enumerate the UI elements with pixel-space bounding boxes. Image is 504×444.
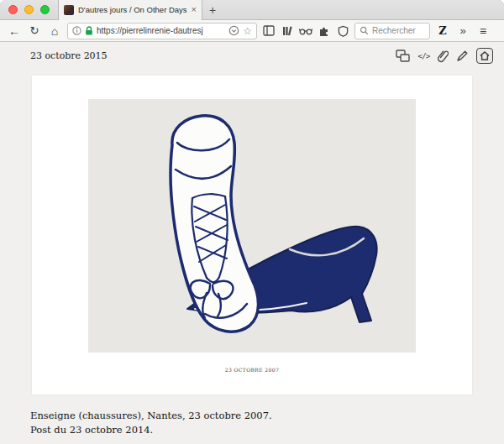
minimize-window-button[interactable] [24,5,34,14]
site-home-icon[interactable] [476,48,493,64]
tab-bar: D'autres jours / On Other Days × + [0,0,504,20]
site-header-icons: </> [396,48,493,64]
browser-tab[interactable]: D'autres jours / On Other Days × [58,0,202,20]
close-window-button[interactable] [8,5,18,14]
gallery-icon[interactable] [396,50,410,62]
code-icon[interactable]: </> [417,52,430,60]
tab-title: D'autres jours / On Other Days [78,5,187,14]
puzzle-extension-icon[interactable] [318,24,331,38]
overflow-chevrons-button[interactable]: » [455,25,470,36]
glasses-icon[interactable] [299,24,312,38]
post-date: 23 octobre 2015 [30,50,108,61]
address-bar[interactable]: https://pierrelinrenie-dautresj ☆ [67,23,257,39]
url-text: https://pierrelinrenie-dautresj [97,26,225,35]
sidebar-icon[interactable] [262,24,276,38]
search-icon [360,26,369,35]
window-controls [8,5,50,14]
paperclip-icon[interactable] [438,50,449,63]
pocket-icon[interactable] [228,25,239,36]
shoes-artwork [88,99,416,353]
back-button[interactable]: ← [7,25,22,37]
post-text: Enseigne (chaussures), Nantes, 23 octobr… [30,409,272,436]
post-card: 23 OCTOBRE 2007 [32,76,472,394]
refresh-button[interactable]: ↻ [27,25,42,36]
caption-line-2: Post du 23 octobre 2014. [30,423,272,437]
home-button[interactable]: ⌂ [47,25,62,37]
zoom-window-button[interactable] [40,5,50,14]
browser-window: D'autres jours / On Other Days × + ← ↻ ⌂… [0,0,504,444]
tab-favicon-icon [64,5,74,15]
search-bar[interactable] [354,23,430,39]
search-input[interactable] [372,26,426,35]
page-viewport: 23 octobre 2015 </> [0,42,504,444]
pencil-icon[interactable] [456,50,469,62]
zotero-button[interactable]: Z [435,25,450,36]
image-caption: 23 OCTOBRE 2007 [32,367,472,373]
site-info-icon[interactable] [72,26,81,35]
padlock-icon[interactable] [85,26,93,36]
navigation-toolbar: ← ↻ ⌂ https://pierrelinrenie-dautresj ☆ [0,20,504,42]
tab-close-icon[interactable]: × [192,5,197,14]
library-icon[interactable] [281,24,294,38]
new-tab-button[interactable]: + [209,4,216,16]
caption-line-1: Enseigne (chaussures), Nantes, 23 octobr… [30,409,272,423]
shield-icon[interactable] [336,24,349,38]
shoes-illustration [88,99,416,353]
bookmark-star-icon[interactable]: ☆ [243,26,252,36]
hamburger-menu-button[interactable]: ≡ [475,25,491,37]
